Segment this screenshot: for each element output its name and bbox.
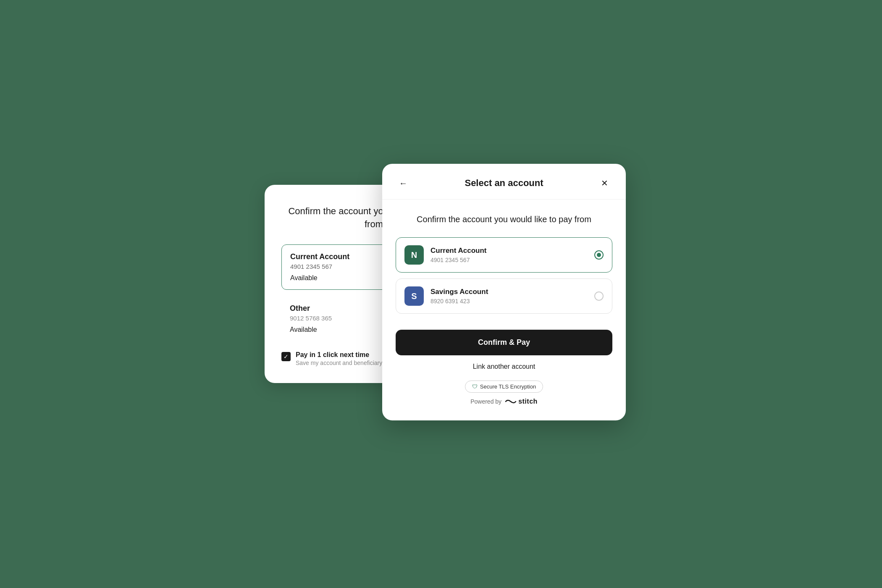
current-account-number: 4901 2345 567: [430, 257, 588, 263]
current-account-radio[interactable]: [594, 250, 604, 260]
front-subtitle: Confirm the account you would like to pa…: [396, 213, 612, 226]
pay-1-click-checkbox[interactable]: [281, 352, 291, 361]
footer-area: 🛡 Secure TLS Encryption Powered by stitc…: [396, 381, 612, 405]
behind-other-available-label: Available: [290, 326, 317, 333]
header-title: Select an account: [465, 178, 543, 189]
behind-available-label: Available: [290, 274, 318, 282]
stitch-icon: [505, 398, 517, 405]
powered-by-label: Powered by: [470, 398, 501, 405]
tls-badge: 🛡 Secure TLS Encryption: [465, 381, 543, 393]
savings-account-radio[interactable]: [594, 291, 604, 301]
close-button[interactable]: ✕: [597, 176, 612, 191]
current-account-avatar: N: [404, 245, 424, 265]
shield-icon: 🛡: [472, 383, 478, 390]
current-account-name: Current Account: [430, 247, 588, 255]
card-header: ← Select an account ✕: [382, 164, 626, 200]
card-body: Confirm the account you would like to pa…: [382, 200, 626, 420]
powered-by: Powered by stitch: [470, 398, 538, 405]
stitch-text: stitch: [518, 398, 538, 405]
stitch-logo: stitch: [505, 398, 538, 405]
savings-account-info: Savings Account 8920 6391 423: [430, 288, 588, 304]
current-account-info: Current Account 4901 2345 567: [430, 247, 588, 263]
confirm-pay-button[interactable]: Confirm & Pay: [396, 330, 612, 355]
radio-inner: [597, 253, 601, 257]
savings-account-option[interactable]: S Savings Account 8920 6391 423: [396, 278, 612, 314]
savings-account-avatar: S: [404, 286, 424, 306]
back-button[interactable]: ←: [396, 176, 411, 191]
front-card: ← Select an account ✕ Confirm the accoun…: [382, 164, 626, 420]
tls-label: Secure TLS Encryption: [480, 383, 536, 390]
current-account-option[interactable]: N Current Account 4901 2345 567: [396, 237, 612, 273]
link-another-account[interactable]: Link another account: [396, 363, 612, 370]
savings-account-name: Savings Account: [430, 288, 588, 296]
savings-account-number: 8920 6391 423: [430, 298, 588, 304]
